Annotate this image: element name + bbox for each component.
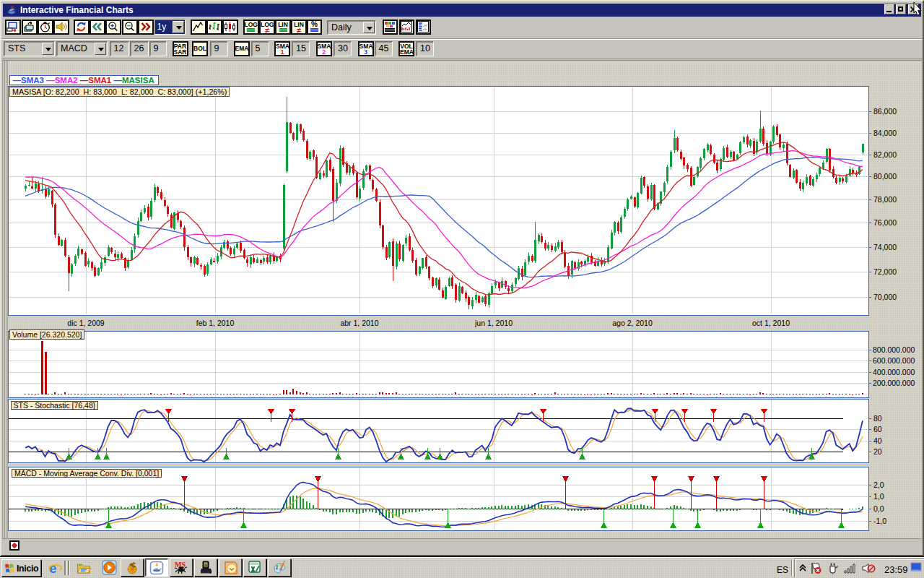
svg-text:80,000: 80,000 — [873, 172, 897, 181]
svg-text:ago 2, 2010: ago 2, 2010 — [612, 319, 653, 327]
svg-text:60: 60 — [873, 425, 882, 434]
svg-text:0,0: 0,0 — [873, 504, 884, 513]
svg-text:80: 80 — [873, 414, 882, 423]
svg-text:76,000: 76,000 — [873, 218, 897, 227]
svg-text:abr 1, 2010: abr 1, 2010 — [340, 319, 378, 327]
svg-text:800.000.000: 800.000.000 — [873, 345, 915, 354]
svg-text:dic 1, 2009: dic 1, 2009 — [67, 319, 105, 327]
svg-text:-1,0: -1,0 — [873, 517, 886, 525]
svg-text:82,000: 82,000 — [873, 150, 897, 159]
svg-text:78,000: 78,000 — [873, 195, 897, 204]
svg-text:oct 1, 2010: oct 1, 2010 — [752, 319, 790, 327]
svg-text:B: B — [204, 563, 208, 567]
svg-text:20: 20 — [873, 447, 882, 456]
svg-text:1,0: 1,0 — [873, 492, 884, 501]
svg-text:feb 1, 2010: feb 1, 2010 — [196, 319, 235, 327]
svg-text:40: 40 — [873, 436, 882, 445]
svg-text:200.000.000: 200.000.000 — [873, 379, 915, 387]
svg-text:e: e — [49, 561, 57, 576]
svg-text:70,000: 70,000 — [873, 293, 897, 301]
svg-text:jun 1, 2010: jun 1, 2010 — [474, 319, 513, 327]
svg-text:2,0: 2,0 — [873, 480, 884, 489]
svg-text:600.000.000: 600.000.000 — [873, 356, 915, 365]
svg-text:86,000: 86,000 — [873, 107, 897, 116]
svg-text:74,000: 74,000 — [873, 243, 897, 251]
svg-text:400.000.000: 400.000.000 — [873, 368, 915, 376]
svg-text:84,000: 84,000 — [873, 129, 897, 137]
svg-text:72,000: 72,000 — [873, 267, 897, 276]
